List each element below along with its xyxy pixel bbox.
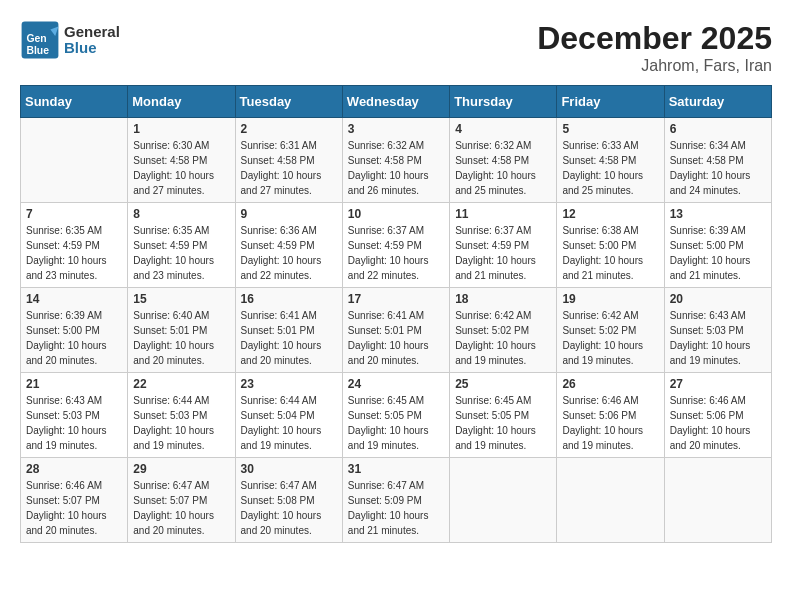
day-number: 8 xyxy=(133,207,229,221)
calendar-cell: 1Sunrise: 6:30 AM Sunset: 4:58 PM Daylig… xyxy=(128,118,235,203)
calendar-cell: 31Sunrise: 6:47 AM Sunset: 5:09 PM Dayli… xyxy=(342,458,449,543)
day-number: 1 xyxy=(133,122,229,136)
calendar-cell: 25Sunrise: 6:45 AM Sunset: 5:05 PM Dayli… xyxy=(450,373,557,458)
day-number: 2 xyxy=(241,122,337,136)
calendar-cell: 23Sunrise: 6:44 AM Sunset: 5:04 PM Dayli… xyxy=(235,373,342,458)
svg-text:Blue: Blue xyxy=(26,45,49,56)
day-info: Sunrise: 6:47 AM Sunset: 5:08 PM Dayligh… xyxy=(241,478,337,538)
day-info: Sunrise: 6:35 AM Sunset: 4:59 PM Dayligh… xyxy=(133,223,229,283)
calendar-cell: 12Sunrise: 6:38 AM Sunset: 5:00 PM Dayli… xyxy=(557,203,664,288)
day-info: Sunrise: 6:43 AM Sunset: 5:03 PM Dayligh… xyxy=(670,308,766,368)
calendar-cell: 4Sunrise: 6:32 AM Sunset: 4:58 PM Daylig… xyxy=(450,118,557,203)
day-number: 18 xyxy=(455,292,551,306)
calendar-cell: 8Sunrise: 6:35 AM Sunset: 4:59 PM Daylig… xyxy=(128,203,235,288)
day-info: Sunrise: 6:46 AM Sunset: 5:07 PM Dayligh… xyxy=(26,478,122,538)
calendar-cell: 16Sunrise: 6:41 AM Sunset: 5:01 PM Dayli… xyxy=(235,288,342,373)
day-info: Sunrise: 6:34 AM Sunset: 4:58 PM Dayligh… xyxy=(670,138,766,198)
calendar-cell: 18Sunrise: 6:42 AM Sunset: 5:02 PM Dayli… xyxy=(450,288,557,373)
calendar-cell: 17Sunrise: 6:41 AM Sunset: 5:01 PM Dayli… xyxy=(342,288,449,373)
svg-text:Gen: Gen xyxy=(26,33,46,44)
calendar-cell: 3Sunrise: 6:32 AM Sunset: 4:58 PM Daylig… xyxy=(342,118,449,203)
calendar-cell xyxy=(21,118,128,203)
day-info: Sunrise: 6:39 AM Sunset: 5:00 PM Dayligh… xyxy=(670,223,766,283)
day-info: Sunrise: 6:42 AM Sunset: 5:02 PM Dayligh… xyxy=(455,308,551,368)
month-title: December 2025 xyxy=(537,20,772,57)
calendar-cell: 15Sunrise: 6:40 AM Sunset: 5:01 PM Dayli… xyxy=(128,288,235,373)
calendar-cell: 22Sunrise: 6:44 AM Sunset: 5:03 PM Dayli… xyxy=(128,373,235,458)
weekday-header-friday: Friday xyxy=(557,86,664,118)
logo-blue-text: Blue xyxy=(64,40,120,57)
day-info: Sunrise: 6:39 AM Sunset: 5:00 PM Dayligh… xyxy=(26,308,122,368)
page-header: Gen Blue General Blue December 2025 Jahr… xyxy=(20,20,772,75)
weekday-header-monday: Monday xyxy=(128,86,235,118)
calendar-cell: 20Sunrise: 6:43 AM Sunset: 5:03 PM Dayli… xyxy=(664,288,771,373)
week-row-4: 21Sunrise: 6:43 AM Sunset: 5:03 PM Dayli… xyxy=(21,373,772,458)
day-info: Sunrise: 6:47 AM Sunset: 5:09 PM Dayligh… xyxy=(348,478,444,538)
day-number: 20 xyxy=(670,292,766,306)
day-number: 9 xyxy=(241,207,337,221)
day-info: Sunrise: 6:30 AM Sunset: 4:58 PM Dayligh… xyxy=(133,138,229,198)
day-number: 19 xyxy=(562,292,658,306)
day-info: Sunrise: 6:46 AM Sunset: 5:06 PM Dayligh… xyxy=(670,393,766,453)
day-info: Sunrise: 6:32 AM Sunset: 4:58 PM Dayligh… xyxy=(455,138,551,198)
day-number: 10 xyxy=(348,207,444,221)
location-subtitle: Jahrom, Fars, Iran xyxy=(537,57,772,75)
day-number: 17 xyxy=(348,292,444,306)
day-number: 6 xyxy=(670,122,766,136)
day-number: 30 xyxy=(241,462,337,476)
calendar-cell: 9Sunrise: 6:36 AM Sunset: 4:59 PM Daylig… xyxy=(235,203,342,288)
day-info: Sunrise: 6:44 AM Sunset: 5:03 PM Dayligh… xyxy=(133,393,229,453)
day-number: 24 xyxy=(348,377,444,391)
calendar-table: SundayMondayTuesdayWednesdayThursdayFrid… xyxy=(20,85,772,543)
calendar-cell: 13Sunrise: 6:39 AM Sunset: 5:00 PM Dayli… xyxy=(664,203,771,288)
day-number: 27 xyxy=(670,377,766,391)
day-info: Sunrise: 6:33 AM Sunset: 4:58 PM Dayligh… xyxy=(562,138,658,198)
logo-icon: Gen Blue xyxy=(20,20,60,60)
weekday-header-tuesday: Tuesday xyxy=(235,86,342,118)
weekday-header-wednesday: Wednesday xyxy=(342,86,449,118)
day-number: 3 xyxy=(348,122,444,136)
day-number: 31 xyxy=(348,462,444,476)
calendar-cell: 10Sunrise: 6:37 AM Sunset: 4:59 PM Dayli… xyxy=(342,203,449,288)
title-area: December 2025 Jahrom, Fars, Iran xyxy=(537,20,772,75)
calendar-cell: 5Sunrise: 6:33 AM Sunset: 4:58 PM Daylig… xyxy=(557,118,664,203)
day-number: 7 xyxy=(26,207,122,221)
weekday-header-sunday: Sunday xyxy=(21,86,128,118)
calendar-cell: 27Sunrise: 6:46 AM Sunset: 5:06 PM Dayli… xyxy=(664,373,771,458)
day-info: Sunrise: 6:43 AM Sunset: 5:03 PM Dayligh… xyxy=(26,393,122,453)
day-info: Sunrise: 6:31 AM Sunset: 4:58 PM Dayligh… xyxy=(241,138,337,198)
calendar-cell: 24Sunrise: 6:45 AM Sunset: 5:05 PM Dayli… xyxy=(342,373,449,458)
calendar-cell: 29Sunrise: 6:47 AM Sunset: 5:07 PM Dayli… xyxy=(128,458,235,543)
calendar-cell xyxy=(664,458,771,543)
weekday-header-saturday: Saturday xyxy=(664,86,771,118)
day-number: 29 xyxy=(133,462,229,476)
day-info: Sunrise: 6:37 AM Sunset: 4:59 PM Dayligh… xyxy=(348,223,444,283)
day-number: 23 xyxy=(241,377,337,391)
day-info: Sunrise: 6:32 AM Sunset: 4:58 PM Dayligh… xyxy=(348,138,444,198)
day-number: 21 xyxy=(26,377,122,391)
day-number: 12 xyxy=(562,207,658,221)
logo-general-text: General xyxy=(64,24,120,41)
day-info: Sunrise: 6:45 AM Sunset: 5:05 PM Dayligh… xyxy=(455,393,551,453)
logo: Gen Blue General Blue xyxy=(20,20,120,60)
day-number: 25 xyxy=(455,377,551,391)
calendar-cell: 21Sunrise: 6:43 AM Sunset: 5:03 PM Dayli… xyxy=(21,373,128,458)
day-info: Sunrise: 6:38 AM Sunset: 5:00 PM Dayligh… xyxy=(562,223,658,283)
day-number: 11 xyxy=(455,207,551,221)
day-info: Sunrise: 6:46 AM Sunset: 5:06 PM Dayligh… xyxy=(562,393,658,453)
day-info: Sunrise: 6:41 AM Sunset: 5:01 PM Dayligh… xyxy=(241,308,337,368)
calendar-cell: 2Sunrise: 6:31 AM Sunset: 4:58 PM Daylig… xyxy=(235,118,342,203)
day-info: Sunrise: 6:36 AM Sunset: 4:59 PM Dayligh… xyxy=(241,223,337,283)
day-info: Sunrise: 6:45 AM Sunset: 5:05 PM Dayligh… xyxy=(348,393,444,453)
day-number: 22 xyxy=(133,377,229,391)
week-row-2: 7Sunrise: 6:35 AM Sunset: 4:59 PM Daylig… xyxy=(21,203,772,288)
day-number: 16 xyxy=(241,292,337,306)
day-number: 13 xyxy=(670,207,766,221)
day-number: 26 xyxy=(562,377,658,391)
calendar-cell: 26Sunrise: 6:46 AM Sunset: 5:06 PM Dayli… xyxy=(557,373,664,458)
day-info: Sunrise: 6:41 AM Sunset: 5:01 PM Dayligh… xyxy=(348,308,444,368)
calendar-cell: 14Sunrise: 6:39 AM Sunset: 5:00 PM Dayli… xyxy=(21,288,128,373)
calendar-cell: 11Sunrise: 6:37 AM Sunset: 4:59 PM Dayli… xyxy=(450,203,557,288)
day-info: Sunrise: 6:47 AM Sunset: 5:07 PM Dayligh… xyxy=(133,478,229,538)
day-number: 14 xyxy=(26,292,122,306)
